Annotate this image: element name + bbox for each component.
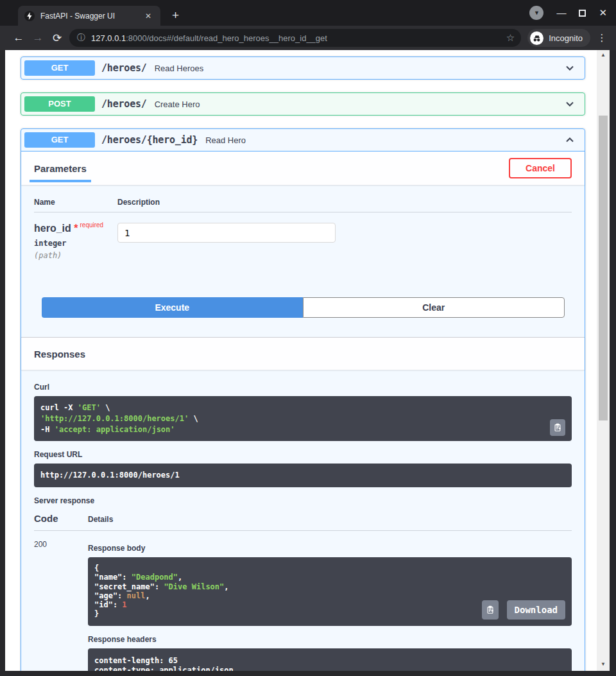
chevron-down-icon[interactable] [563, 98, 576, 110]
forward-icon[interactable]: → [28, 31, 47, 44]
method-badge-get: GET [24, 60, 95, 76]
reload-icon[interactable]: ⟳ [47, 31, 67, 45]
request-url-value: http://127.0.0.1:8000/heroes/1 [40, 471, 180, 480]
op-summary-text: Read Hero [205, 135, 246, 145]
close-window-button[interactable]: ✕ [599, 7, 607, 19]
browser-menu-icon[interactable]: ⋮ [595, 32, 608, 44]
incognito-icon [530, 31, 543, 45]
site-info-icon[interactable]: ⓘ [77, 32, 85, 44]
response-body-block: { "name": "Deadpond", "secret_name": "Di… [88, 557, 572, 626]
details-column-header: Details [88, 515, 113, 524]
response-row-200: 200 Response body { "name": "Deadpond", … [34, 540, 572, 671]
required-label: required [80, 221, 103, 229]
response-headers-block: content-length: 65content-type: applicat… [88, 648, 572, 671]
op-path: /heroes/ [101, 62, 147, 74]
maximize-button[interactable] [579, 10, 586, 17]
bookmark-star-icon[interactable]: ☆ [506, 32, 515, 44]
responses-title: Responses [34, 349, 85, 360]
server-response-label: Server response [34, 496, 572, 505]
browser-toolbar: ← → ⟳ ⓘ 127.0.0.1:8000/docs#/default/rea… [0, 26, 616, 50]
opblock-post-heroes: POST /heroes/ Create Hero [21, 92, 585, 116]
browser-window: FastAPI - Swagger UI ✕ + ▼ — ✕ ← → ⟳ ⓘ 1… [0, 0, 616, 676]
parameters-header: Parameters Cancel [21, 152, 585, 185]
required-star: * [74, 223, 78, 234]
code-column-header: Code [34, 513, 88, 524]
responses-area: Curl curl -X 'GET' \ 'http://127.0.0.1:8… [21, 370, 585, 671]
op-path: /heroes/{hero_id} [101, 134, 198, 146]
opblock-get-heroes: GET /heroes/ Read Heroes [21, 56, 585, 80]
swagger-page: GET /heroes/ Read Heroes POST /heroes/ C… [5, 50, 597, 671]
description-column-header: Description [117, 198, 160, 207]
page-viewport: GET /heroes/ Read Heroes POST /heroes/ C… [5, 50, 610, 671]
chevron-down-icon[interactable] [563, 62, 576, 74]
hero-id-input[interactable] [117, 223, 336, 243]
curl-label: Curl [34, 383, 572, 392]
copy-curl-button[interactable] [550, 419, 565, 436]
param-name: hero_id *required [34, 223, 117, 234]
op-summary-text: Create Hero [155, 100, 200, 109]
minimize-button[interactable]: — [556, 10, 566, 16]
fastapi-favicon-icon [24, 11, 35, 21]
method-badge-post: POST [24, 96, 95, 112]
request-url-label: Request URL [34, 450, 572, 459]
method-badge-get: GET [24, 132, 95, 148]
param-type: integer [34, 239, 117, 248]
parameters-area: Name Description hero_id *required integ… [21, 185, 585, 337]
download-button[interactable]: Download [507, 600, 565, 620]
active-tab-underline [30, 180, 91, 182]
copy-response-button[interactable] [482, 600, 499, 620]
url-bar[interactable]: ⓘ 127.0.0.1:8000/docs#/default/read_hero… [69, 29, 521, 47]
responses-header: Responses [21, 337, 585, 370]
tab-title: FastAPI - Swagger UI [40, 12, 142, 21]
titlebar: FastAPI - Swagger UI ✕ + ▼ — ✕ [0, 0, 616, 26]
response-body-label: Response body [88, 544, 572, 553]
execute-button[interactable]: Execute [42, 297, 303, 318]
url-path: :8000/docs#/default/read_hero_heroes__he… [126, 33, 327, 43]
name-column-header: Name [34, 198, 117, 207]
request-url-block: http://127.0.0.1:8000/heroes/1 [34, 464, 572, 487]
incognito-badge: Incognito [527, 29, 590, 47]
tab-parameters[interactable]: Parameters [34, 163, 87, 174]
scrollbar-thumb[interactable] [599, 116, 608, 420]
op-summary-read-hero[interactable]: GET /heroes/{hero_id} Read Hero [21, 129, 585, 152]
incognito-label: Incognito [549, 33, 583, 43]
param-row-hero-id: hero_id *required integer (path) [34, 223, 572, 260]
op-summary-read-heroes[interactable]: GET /heroes/ Read Heroes [21, 57, 585, 79]
new-tab-icon[interactable]: + [172, 8, 179, 22]
browser-tab[interactable]: FastAPI - Swagger UI ✕ [18, 6, 160, 26]
url-text[interactable]: 127.0.0.1:8000/docs#/default/read_hero_h… [91, 33, 501, 43]
param-location: (path) [34, 251, 117, 260]
cancel-button[interactable]: Cancel [509, 158, 572, 178]
scroll-down-icon[interactable]: ▼ [597, 659, 610, 670]
browser-update-icon[interactable]: ▼ [529, 6, 543, 20]
scroll-up-icon[interactable]: ▲ [597, 50, 610, 60]
op-path: /heroes/ [101, 98, 147, 110]
tab-close-icon[interactable]: ✕ [142, 12, 154, 21]
opblock-get-hero-by-id: GET /heroes/{hero_id} Read Hero Paramete… [21, 128, 585, 671]
back-icon[interactable]: ← [9, 31, 28, 44]
curl-block: curl -X 'GET' \ 'http://127.0.0.1:8000/h… [34, 396, 572, 441]
response-headers-label: Response headers [88, 635, 572, 644]
op-summary-text: Read Heroes [155, 64, 204, 73]
url-host: 127.0.0.1 [91, 33, 126, 43]
chevron-up-icon[interactable] [563, 134, 576, 146]
op-summary-create-hero[interactable]: POST /heroes/ Create Hero [21, 93, 585, 115]
scrollbar[interactable]: ▲ ▼ [597, 50, 610, 671]
clear-button[interactable]: Clear [303, 297, 565, 318]
status-code: 200 [34, 540, 88, 671]
